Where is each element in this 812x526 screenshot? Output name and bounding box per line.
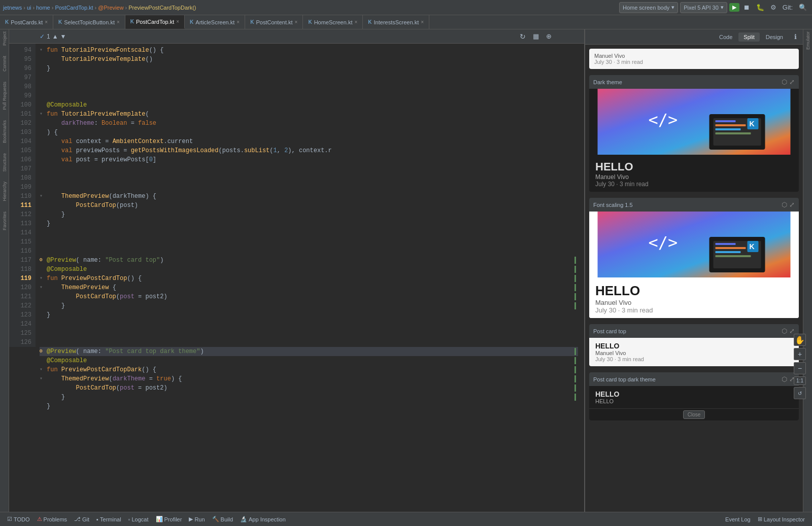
breadcrumb-function[interactable]: PreviewPostCardTopDark() xyxy=(128,5,196,11)
breadcrumb-home[interactable]: home xyxy=(36,5,50,11)
save-icon[interactable]: ⬡ xyxy=(782,78,787,86)
fullscreen-icon[interactable]: ⤢ xyxy=(789,78,795,86)
preview-dropdown-label: Home screen body xyxy=(623,5,669,11)
tab-close[interactable]: × xyxy=(176,19,179,24)
zoom-ratio[interactable]: 1:1 xyxy=(794,376,803,385)
breadcrumb-file[interactable]: PostCardTop.kt xyxy=(55,5,93,11)
save-icon[interactable]: ⬡ xyxy=(782,327,787,335)
zoom-in-button[interactable]: + xyxy=(794,348,803,360)
preview-mark xyxy=(574,266,577,273)
git-icon: ⎇ xyxy=(74,516,81,522)
grid-icon[interactable]: ▦ xyxy=(531,31,541,41)
vertical-label-structure[interactable]: Structure xyxy=(2,153,7,172)
code-line: ⚙ @Preview( name: "Post card top") xyxy=(40,256,578,265)
app-inspection-icon: 🔬 xyxy=(240,516,247,522)
status-layout-inspector[interactable]: ⊞ Layout Inspector xyxy=(755,515,808,523)
preview-card-post-top-dark: Post card top dark theme ⬡ ⤢ HELLO HELLO… xyxy=(589,372,799,420)
light-card-image: </> K xyxy=(589,212,799,277)
tab-label: InterestsScreen.kt xyxy=(374,19,419,25)
reset-zoom-button[interactable]: ↺ xyxy=(794,387,803,399)
search-button[interactable]: 🔍 xyxy=(797,3,809,12)
breadcrumb-ui[interactable]: ui xyxy=(27,5,31,11)
code-line: darkTheme: Boolean = false xyxy=(40,119,578,128)
view-tab-code[interactable]: Code xyxy=(714,32,737,42)
settings-button[interactable]: ⚙ xyxy=(768,3,779,12)
breadcrumb-annotation[interactable]: @Preview xyxy=(98,5,123,11)
hand-tool-button[interactable]: ✋ xyxy=(794,334,803,346)
preview-panel: Code Split Design ℹ Manuel Vivo July 30 … xyxy=(585,29,803,512)
stop-button[interactable]: ⏹ xyxy=(741,3,752,12)
preview-card-header-post-top: Post card top ⬡ ⤢ xyxy=(589,324,799,338)
code-line: @Composable xyxy=(40,100,578,110)
light-card-author: Manuel Vivo xyxy=(595,299,793,306)
run-button[interactable]: ▶ xyxy=(729,3,739,12)
prev-preview-btn[interactable]: ▲ xyxy=(52,33,58,40)
tab-selecttopicbutton[interactable]: K SelectTopicButton.kt × xyxy=(53,15,125,29)
status-git[interactable]: ⎇ Git xyxy=(71,515,92,523)
tab-icon: K xyxy=(368,19,371,25)
refresh-icon[interactable]: ↻ xyxy=(518,31,528,42)
debug-button[interactable]: 🐛 xyxy=(754,3,766,12)
status-problems[interactable]: ⚠ Problems xyxy=(34,515,70,523)
tab-interestsscreen[interactable]: K InterestsScreen.kt × xyxy=(363,15,429,29)
tab-postcardtop[interactable]: K PostCardTop.kt × xyxy=(125,15,185,29)
tab-close[interactable]: × xyxy=(295,19,298,25)
status-profiler[interactable]: 📊 Profiler xyxy=(153,515,185,523)
tab-postcontent[interactable]: K PostContent.kt × xyxy=(245,15,303,29)
tab-icon: K xyxy=(5,19,9,25)
vertical-label-hierarchy[interactable]: Hierarchy xyxy=(2,182,7,201)
preview-content[interactable]: Manuel Vivo July 30 · 3 min read Dark th… xyxy=(585,45,803,512)
vertical-label-bookmarks[interactable]: Bookmarks xyxy=(2,120,7,143)
status-logcat[interactable]: ▫ Logcat xyxy=(125,515,152,523)
status-todo[interactable]: ☑ TODO xyxy=(4,515,33,523)
code-content[interactable]: ▾ fun TutorialPreviewFontscale() { Tutor… xyxy=(36,44,578,512)
preview-dropdown[interactable]: Home screen body ▾ xyxy=(619,2,678,13)
device-dropdown[interactable]: Pixel 5 API 30 ▾ xyxy=(680,2,727,13)
status-terminal[interactable]: ▪ Terminal xyxy=(93,515,124,523)
tab-homescreen[interactable]: K HomeScreen.kt × xyxy=(303,15,363,29)
git-commit-button[interactable]: Git: xyxy=(781,3,795,12)
tab-close[interactable]: × xyxy=(236,19,240,25)
vertical-label-project[interactable]: Project xyxy=(2,31,7,46)
tab-articlescreen[interactable]: K ArticleScreen.kt × xyxy=(185,15,245,29)
close-button-partial[interactable]: Close xyxy=(683,410,705,419)
tab-label: SelectTopicButton.kt xyxy=(64,19,115,25)
svg-text:</>: </> xyxy=(649,233,678,252)
code-line xyxy=(40,228,578,256)
view-tab-design[interactable]: Design xyxy=(761,32,788,42)
layers-icon[interactable]: ⊕ xyxy=(544,31,554,41)
v-label-emulator[interactable]: Emulator xyxy=(805,31,810,50)
save-icon[interactable]: ⬡ xyxy=(782,375,787,383)
code-line: @Composable xyxy=(40,356,578,365)
info-button[interactable]: ℹ xyxy=(792,32,799,42)
view-tab-split[interactable]: Split xyxy=(738,32,759,42)
svg-rect-16 xyxy=(716,251,741,253)
breadcrumb-project[interactable]: jetnews xyxy=(3,5,22,11)
next-preview-btn[interactable]: ▼ xyxy=(60,33,66,40)
zoom-out-button[interactable]: − xyxy=(794,362,803,374)
code-line: val post = previewPosts[0] xyxy=(40,155,578,164)
main-area: Project Commit Pull Requests Bookmarks S… xyxy=(0,29,812,512)
status-event-log[interactable]: Event Log xyxy=(722,515,754,523)
tab-close[interactable]: × xyxy=(421,19,424,25)
fullscreen-icon[interactable]: ⤢ xyxy=(789,201,795,208)
status-build[interactable]: 🔨 Build xyxy=(209,515,236,523)
vertical-label-pullrequests[interactable]: Pull Requests xyxy=(2,82,7,110)
tab-close[interactable]: × xyxy=(117,19,120,25)
breadcrumb: jetnews › ui › home › PostCardTop.kt › @… xyxy=(3,5,196,11)
layout-inspector-icon: ⊞ xyxy=(758,516,762,522)
preview-mark xyxy=(574,394,577,401)
code-line: ▾ fun TutorialPreviewFontscale() { xyxy=(40,46,578,55)
tab-postcards[interactable]: K PostCards.kt × xyxy=(0,15,53,29)
status-app-inspection[interactable]: 🔬 App Inspection xyxy=(237,515,289,523)
save-icon[interactable]: ⬡ xyxy=(782,201,787,208)
tab-close[interactable]: × xyxy=(354,19,357,25)
tab-close[interactable]: × xyxy=(45,19,48,25)
line-numbers: 94 95 96 97 98 99 100 101 102 103 104 10… xyxy=(9,44,36,347)
svg-rect-14 xyxy=(716,243,736,245)
svg-rect-6 xyxy=(716,128,741,130)
status-run[interactable]: ▶ Run xyxy=(186,515,208,523)
code-editor: ✓ 1 ▲ ▼ ↻ ▦ ⊕ 94 95 96 97 98 99 100 101 … xyxy=(9,29,584,512)
vertical-label-commit[interactable]: Commit xyxy=(2,56,7,72)
vertical-label-favorites[interactable]: Favorites xyxy=(2,212,7,230)
